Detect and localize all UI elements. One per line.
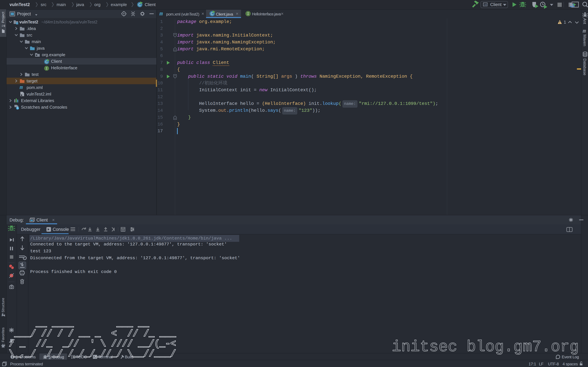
svg-text:___/ // / / __ _ < // /_ ___: ___/ // / / __ _ < // /_ ___ — [9, 328, 176, 339]
svg-text:Database: Database — [583, 58, 587, 75]
svg-text:Client: Client — [490, 2, 502, 7]
svg-text:2: Favorites: 2: Favorites — [1, 327, 5, 346]
svg-text:Maven: Maven — [583, 34, 587, 46]
svg-text:1: Project: 1: Project — [1, 12, 5, 27]
svg-text:Ant: Ant — [583, 18, 587, 24]
svg-text:\_,_/ /_/ /_/_/_//_/ \__//___: \_,_/ /_/ /_/_/_//_/ \__//___/ — [9, 349, 176, 359]
svg-text:__ ____ ___ __: __ ____ ___ __ — [9, 318, 149, 329]
svg-text:I: I — [46, 67, 48, 70]
svg-text:I: I — [247, 12, 249, 16]
svg-text:1: 1 — [564, 20, 566, 25]
svg-text:/ _ //_ _// ' \ //// __/(_-: / _ //_ _// ' \ //// __/(_-< — [9, 339, 176, 349]
svg-text:initsec blog.gm7.org: initsec blog.gm7.org — [392, 338, 579, 356]
